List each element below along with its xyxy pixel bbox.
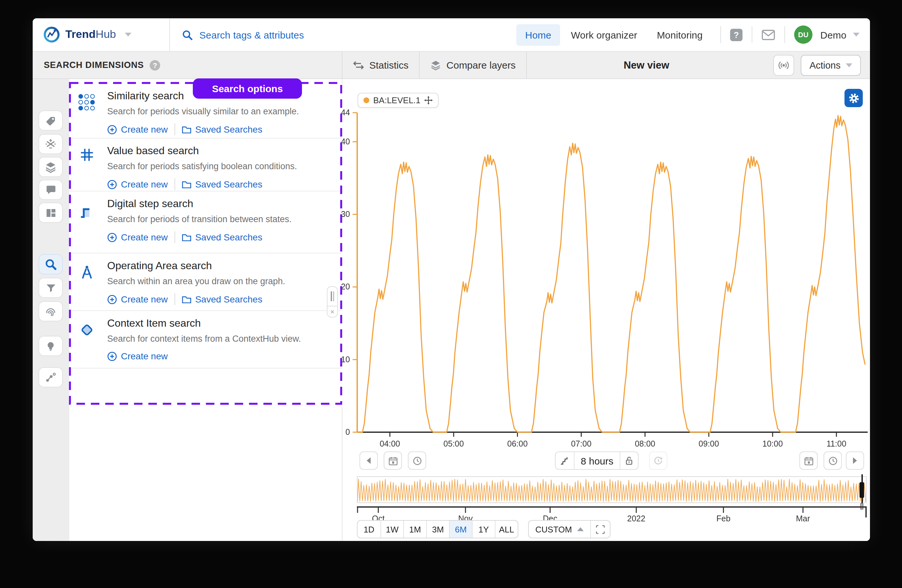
rail-fingerprint-button[interactable] (39, 301, 63, 321)
start-time-button[interactable] (408, 452, 426, 470)
create-new-link[interactable]: Create new (107, 124, 168, 134)
saved-searches-link[interactable]: Saved Searches (182, 179, 262, 189)
nav-monitoring[interactable]: Monitoring (648, 24, 711, 45)
folder-icon (182, 295, 191, 303)
top-nav: Home Work organizer Monitoring ? DU Demo (517, 18, 870, 51)
rail-comments-button[interactable] (39, 180, 63, 200)
plus-circle-icon (107, 125, 117, 134)
svg-text:04:00: 04:00 (380, 439, 400, 448)
help-icon[interactable]: ? (730, 28, 742, 41)
divider (174, 124, 175, 135)
clock-icon (828, 456, 838, 466)
avatar[interactable]: DU (794, 25, 813, 44)
month-label: Mar (796, 514, 810, 523)
fit-frame-icon (595, 524, 605, 534)
rail-formulas-button[interactable] (39, 134, 63, 154)
divider (526, 52, 527, 78)
broadcast-button[interactable] (774, 55, 794, 75)
series-name: BA:LEVEL.1 (373, 95, 421, 105)
range-button-all[interactable]: ALL (495, 521, 518, 538)
actions-button[interactable]: Actions (801, 55, 861, 75)
nav-home[interactable]: Home (517, 24, 560, 45)
chart-area: 0102030404404:0005:0006:0007:0008:0009:0… (343, 79, 870, 541)
network-graph-icon (44, 371, 57, 383)
global-search[interactable]: Search tags & attributes (170, 29, 445, 40)
chart-type-button[interactable] (556, 452, 574, 469)
svg-text:0: 0 (345, 427, 350, 436)
splitter-grip[interactable] (327, 286, 338, 307)
create-new-link[interactable]: Create new (107, 294, 168, 305)
plus-circle-icon (107, 351, 117, 361)
digital-step-search-icon (78, 203, 96, 220)
app-switcher-caret-icon[interactable] (125, 33, 132, 37)
card-description: Search for periods satisfying boolean co… (107, 161, 334, 171)
rail-network-button[interactable] (39, 367, 63, 388)
sub-bar: SEARCH DIMENSIONS ? Statistics Compare l… (33, 52, 870, 79)
divider (174, 178, 175, 190)
legend-chip[interactable]: BA:LEVEL.1 (357, 93, 439, 108)
range-button-1m[interactable]: 1M (403, 521, 426, 538)
range-button-1d[interactable]: 1D (357, 521, 381, 538)
card-title: Digital step search (107, 198, 334, 210)
create-new-link[interactable]: Create new (107, 351, 168, 361)
svg-text:10: 10 (341, 355, 350, 364)
saved-searches-link[interactable]: Saved Searches (182, 124, 262, 134)
selection-handle[interactable] (860, 482, 864, 498)
range-button-1y[interactable]: 1Y (472, 521, 495, 538)
calendar-icon (388, 456, 398, 466)
history-button[interactable] (649, 452, 667, 470)
nav-work-organizer[interactable]: Work organizer (562, 24, 646, 45)
card-digital-step-search: Digital step search Search for periods o… (69, 191, 343, 253)
chart-settings-button[interactable] (844, 89, 863, 107)
rail-tags-button[interactable] (39, 110, 63, 131)
mail-icon[interactable] (761, 29, 775, 40)
divider (174, 231, 175, 243)
svg-text:09:00: 09:00 (699, 439, 719, 448)
panel-close-button[interactable]: × (327, 307, 338, 317)
overview-waveform (357, 477, 866, 502)
rail-recommendations-button[interactable] (39, 336, 63, 356)
app-window: TrendHub Search tags & attributes Home W… (33, 18, 870, 541)
range-button-1w[interactable]: 1W (381, 521, 403, 538)
panel-empty-area (69, 368, 343, 407)
rail-dashboard-button[interactable] (39, 203, 63, 223)
panel-help-icon[interactable]: ? (150, 60, 160, 70)
range-button-3m[interactable]: 3M (426, 521, 449, 538)
search-icon (44, 258, 57, 271)
calendar-icon (803, 456, 813, 466)
create-new-link[interactable]: Create new (107, 232, 168, 242)
lock-duration-button[interactable] (620, 452, 638, 469)
divider (752, 26, 752, 43)
rail-search-button[interactable] (39, 254, 63, 274)
card-title: Context Item search (107, 317, 334, 329)
fit-view-button[interactable] (590, 521, 610, 538)
view-title: New view (597, 59, 695, 71)
similarity-search-icon (78, 94, 96, 111)
history-icon (653, 455, 664, 466)
overview-strip[interactable] (357, 476, 867, 503)
end-date-button[interactable] (799, 452, 818, 470)
step-back-button[interactable] (360, 452, 378, 470)
saved-searches-link[interactable]: Saved Searches (182, 232, 262, 242)
saved-searches-link[interactable]: Saved Searches (182, 294, 262, 305)
range-button-6m[interactable]: 6M (449, 521, 472, 538)
svg-text:08:00: 08:00 (635, 439, 655, 448)
move-icon[interactable] (424, 96, 433, 105)
rail-layers-button[interactable] (39, 157, 63, 177)
open-lock-icon (624, 455, 634, 466)
create-new-link[interactable]: Create new (107, 179, 168, 189)
statistics-tab[interactable]: Statistics (343, 52, 419, 78)
duration-value[interactable]: 8 hours (574, 452, 620, 469)
trend-chart[interactable]: 0102030404404:0005:0006:0007:0008:0009:0… (334, 103, 870, 469)
dashboard-icon (45, 207, 56, 219)
fingerprint-icon (44, 305, 57, 317)
custom-range-button[interactable]: CUSTOM (529, 521, 590, 538)
compare-layers-tab[interactable]: Compare layers (420, 52, 526, 78)
card-description: Search for context items from a ContextH… (107, 334, 334, 344)
step-forward-button[interactable] (846, 452, 864, 470)
user-menu-caret-icon[interactable] (853, 33, 860, 37)
start-date-button[interactable] (384, 452, 402, 470)
end-time-button[interactable] (824, 452, 842, 470)
rail-filter-button[interactable] (39, 278, 63, 298)
user-name: Demo (820, 29, 846, 40)
